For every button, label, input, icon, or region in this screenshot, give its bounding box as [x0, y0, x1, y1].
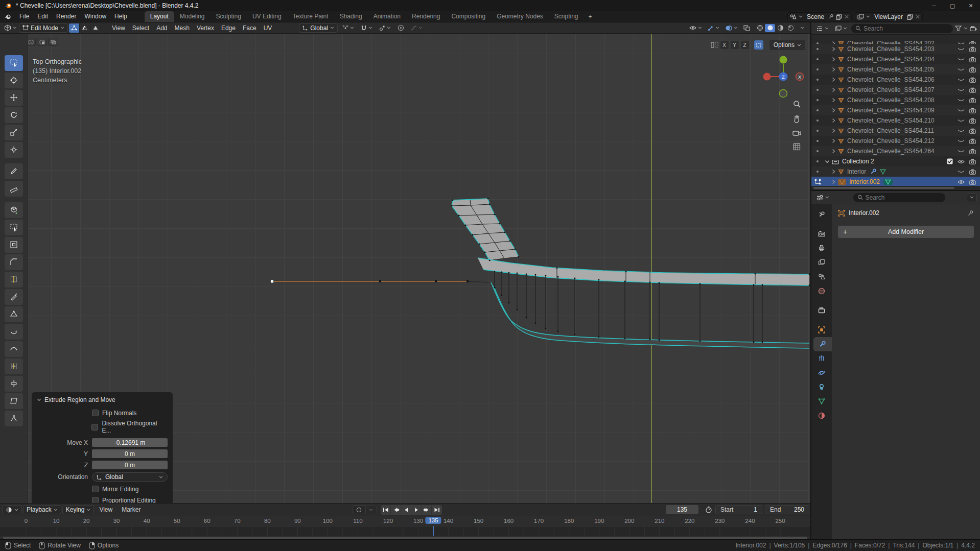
timeline-editor-type-button[interactable]	[2, 505, 22, 514]
tool-spin[interactable]	[5, 324, 23, 340]
hide-viewport-icon-closed[interactable]	[958, 42, 965, 44]
shading-wireframe-icon[interactable]	[755, 24, 765, 32]
properties-search-input[interactable]: Search	[853, 193, 945, 202]
outliner-object-chevrolet-chevelle-ss454-209[interactable]: Chevrolet_Chevelle_SS454.209	[811, 105, 980, 115]
menu-help[interactable]: Help	[110, 11, 131, 22]
hide-viewport-icon-closed[interactable]	[958, 119, 965, 123]
tool-extrude-region[interactable]	[5, 220, 23, 235]
outliner-object-chevrolet-chevelle-ss454-210[interactable]: Chevrolet_Chevelle_SS454.210	[811, 115, 980, 126]
hide-viewport-icon-closed[interactable]	[958, 47, 965, 51]
dissolve-orthogonal-checkbox[interactable]: Dissolve Orthogonal E...	[91, 420, 168, 434]
outliner-object-chevrolet-chevelle-ss454-202[interactable]: Chevrolet_Chevelle_SS454.202	[811, 35, 980, 44]
hide-viewport-icon-closed[interactable]	[958, 129, 965, 133]
add-workspace-button[interactable]: +	[584, 12, 597, 21]
outliner-search-input[interactable]: Search	[851, 24, 953, 33]
outliner-sync-button[interactable]	[833, 23, 849, 34]
outliner-scrollbar[interactable]	[811, 186, 980, 190]
viewport-menu-face[interactable]: Face	[239, 23, 260, 33]
tool-add-cube[interactable]	[5, 202, 23, 218]
collapse-icon[interactable]	[37, 398, 41, 401]
hide-viewport-icon-closed[interactable]	[958, 58, 965, 61]
keying-menu[interactable]: Keying	[62, 505, 95, 514]
tool-rotate[interactable]	[5, 107, 23, 123]
viewport-menu-view[interactable]: View	[108, 23, 129, 33]
disable-render-icon[interactable]	[969, 67, 976, 73]
properties-options-dropdown[interactable]	[967, 193, 977, 202]
tool-select-box[interactable]	[5, 55, 23, 71]
tool-edge-slide[interactable]	[5, 358, 23, 374]
outliner-object-chevrolet-chevelle-ss454-204[interactable]: Chevrolet_Chevelle_SS454.204	[811, 54, 980, 64]
hide-viewport-icon-closed[interactable]	[958, 99, 965, 102]
auto-keying-button[interactable]	[353, 505, 365, 514]
workspace-tab-compositing[interactable]: Compositing	[446, 11, 491, 22]
exclude-checkbox[interactable]	[947, 158, 953, 164]
properties-tab-collection[interactable]	[811, 303, 832, 318]
jump-to-start-icon[interactable]	[381, 505, 391, 515]
expand-icon[interactable]	[829, 67, 838, 72]
disable-render-icon[interactable]	[969, 41, 976, 44]
hide-viewport-icon-closed[interactable]	[958, 150, 965, 153]
view-layer-selector[interactable]: ViewLayer ✕	[855, 12, 923, 21]
gizmos-toggle-dropdown[interactable]	[706, 23, 721, 33]
current-frame-badge[interactable]: 135	[425, 517, 441, 524]
mirror-y-button[interactable]: Y	[731, 41, 739, 49]
tool-annotate[interactable]	[5, 163, 23, 179]
outliner-object-chevrolet-chevelle-ss454-206[interactable]: Chevrolet_Chevelle_SS454.206	[811, 75, 980, 85]
tool-cursor[interactable]	[5, 73, 23, 88]
hide-viewport-icon-closed[interactable]	[958, 170, 965, 174]
close-icon[interactable]: ✕	[962, 0, 980, 11]
viewport-menu-mesh[interactable]: Mesh	[171, 23, 193, 33]
viewport-menu-add[interactable]: Add	[153, 23, 171, 33]
proportional-falloff-dropdown[interactable]	[409, 23, 425, 33]
previous-keyframe-icon[interactable]	[391, 505, 401, 515]
outliner-object-chevrolet-chevelle-ss454-207[interactable]: Chevrolet_Chevelle_SS454.207	[811, 85, 980, 95]
properties-tab-data[interactable]	[811, 394, 832, 409]
tool-inset-faces[interactable]	[5, 237, 23, 253]
properties-tab-material[interactable]	[811, 409, 832, 423]
outliner-object-chevrolet-chevelle-ss454-208[interactable]: Chevrolet_Chevelle_SS454.208	[811, 95, 980, 105]
timeline-view-menu[interactable]: View	[95, 505, 116, 515]
outliner-collection-collection-2[interactable]: Collection 2	[811, 156, 980, 166]
expand-icon[interactable]	[829, 128, 838, 133]
expand-icon[interactable]	[829, 179, 838, 184]
auto-keying-dropdown[interactable]	[365, 505, 377, 514]
move-y-field[interactable]: 0 m	[92, 449, 168, 458]
outliner-object-chevrolet-chevelle-ss454-205[interactable]: Chevrolet_Chevelle_SS454.205	[811, 64, 980, 75]
next-keyframe-icon[interactable]	[422, 505, 432, 515]
snap-toggle-icon[interactable]	[359, 23, 375, 33]
pin-id-icon[interactable]	[967, 210, 974, 217]
properties-tab-output[interactable]	[811, 241, 832, 255]
hide-viewport-icon-closed[interactable]	[958, 68, 965, 71]
proportional-editing-checkbox[interactable]: Proportional Editing	[92, 497, 156, 504]
menu-window[interactable]: Window	[80, 11, 110, 22]
mode-dropdown[interactable]: Edit Mode	[19, 23, 68, 33]
outliner-object-chevrolet-chevelle-ss454-211[interactable]: Chevrolet_Chevelle_SS454.211	[811, 126, 980, 136]
orientation-dropdown[interactable]: Global	[92, 472, 168, 482]
unlink-scene-icon[interactable]: ✕	[844, 13, 849, 20]
disable-render-icon[interactable]	[969, 57, 976, 62]
new-view-layer-icon[interactable]	[907, 14, 913, 20]
hide-viewport-icon-closed[interactable]	[958, 109, 965, 112]
viewport-menu-uv[interactable]: UV	[260, 23, 276, 33]
proportional-editing-icon[interactable]	[395, 23, 406, 33]
outliner-object-interior-002[interactable]: Interior.002	[811, 177, 980, 186]
expand-icon[interactable]	[829, 87, 838, 92]
disable-render-icon[interactable]	[969, 118, 976, 124]
move-x-field[interactable]: -0.12691 m	[92, 438, 168, 447]
properties-editor-type-button[interactable]	[814, 193, 831, 203]
properties-tab-world[interactable]	[811, 284, 832, 298]
workspace-tab-modeling[interactable]: Modeling	[174, 11, 211, 22]
camera-view-icon[interactable]	[792, 130, 801, 136]
select-mode-invert-icon[interactable]	[37, 38, 47, 46]
timeline-ruler[interactable]: 0102030405060708090100110120130140150160…	[0, 516, 810, 527]
expand-icon[interactable]	[829, 108, 838, 113]
outliner-object-chevrolet-chevelle-ss454-203[interactable]: Chevrolet_Chevelle_SS454.203	[811, 44, 980, 54]
tool-poly-build[interactable]	[5, 306, 23, 322]
tool-shrink-fatten[interactable]	[5, 376, 23, 392]
blender-app-menu-icon[interactable]	[0, 14, 15, 19]
playback-menu[interactable]: Playback	[23, 505, 61, 514]
hide-viewport-icon-closed[interactable]	[958, 88, 965, 92]
workspace-tab-layout[interactable]: Layout	[145, 11, 174, 22]
vertex-select-icon[interactable]	[69, 23, 80, 33]
properties-tab-object[interactable]	[811, 323, 832, 337]
